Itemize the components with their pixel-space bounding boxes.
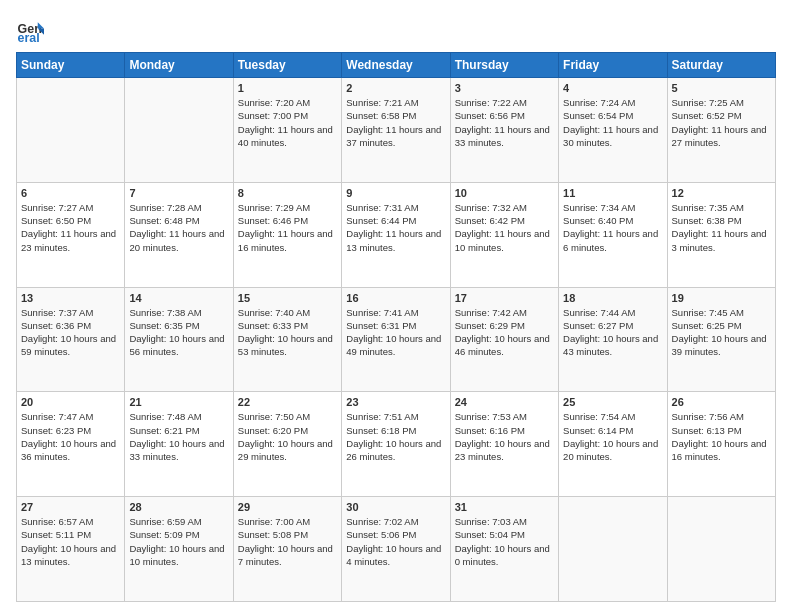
calendar-cell: 12Sunrise: 7:35 AM Sunset: 6:38 PM Dayli… [667,182,775,287]
day-info: Sunrise: 7:28 AM Sunset: 6:48 PM Dayligh… [129,201,228,254]
day-info: Sunrise: 7:37 AM Sunset: 6:36 PM Dayligh… [21,306,120,359]
day-info: Sunrise: 7:02 AM Sunset: 5:06 PM Dayligh… [346,515,445,568]
day-header-tuesday: Tuesday [233,53,341,78]
calendar-header-row: SundayMondayTuesdayWednesdayThursdayFrid… [17,53,776,78]
day-number: 27 [21,501,120,513]
calendar-cell: 25Sunrise: 7:54 AM Sunset: 6:14 PM Dayli… [559,392,667,497]
day-number: 12 [672,187,771,199]
calendar-cell: 29Sunrise: 7:00 AM Sunset: 5:08 PM Dayli… [233,497,341,602]
day-number: 3 [455,82,554,94]
day-number: 17 [455,292,554,304]
week-row-4: 20Sunrise: 7:47 AM Sunset: 6:23 PM Dayli… [17,392,776,497]
day-info: Sunrise: 7:22 AM Sunset: 6:56 PM Dayligh… [455,96,554,149]
day-number: 24 [455,396,554,408]
day-number: 25 [563,396,662,408]
day-number: 2 [346,82,445,94]
day-info: Sunrise: 7:31 AM Sunset: 6:44 PM Dayligh… [346,201,445,254]
calendar-cell: 8Sunrise: 7:29 AM Sunset: 6:46 PM Daylig… [233,182,341,287]
week-row-5: 27Sunrise: 6:57 AM Sunset: 5:11 PM Dayli… [17,497,776,602]
day-info: Sunrise: 7:41 AM Sunset: 6:31 PM Dayligh… [346,306,445,359]
day-number: 22 [238,396,337,408]
week-row-1: 1Sunrise: 7:20 AM Sunset: 7:00 PM Daylig… [17,78,776,183]
day-info: Sunrise: 7:29 AM Sunset: 6:46 PM Dayligh… [238,201,337,254]
day-number: 23 [346,396,445,408]
calendar-cell [559,497,667,602]
calendar-cell: 21Sunrise: 7:48 AM Sunset: 6:21 PM Dayli… [125,392,233,497]
calendar-cell: 26Sunrise: 7:56 AM Sunset: 6:13 PM Dayli… [667,392,775,497]
day-info: Sunrise: 7:00 AM Sunset: 5:08 PM Dayligh… [238,515,337,568]
calendar-cell: 17Sunrise: 7:42 AM Sunset: 6:29 PM Dayli… [450,287,558,392]
calendar-cell [17,78,125,183]
calendar-cell: 5Sunrise: 7:25 AM Sunset: 6:52 PM Daylig… [667,78,775,183]
day-info: Sunrise: 7:32 AM Sunset: 6:42 PM Dayligh… [455,201,554,254]
logo-icon: Gen eral [16,16,44,44]
calendar-cell: 28Sunrise: 6:59 AM Sunset: 5:09 PM Dayli… [125,497,233,602]
day-info: Sunrise: 7:44 AM Sunset: 6:27 PM Dayligh… [563,306,662,359]
day-info: Sunrise: 7:54 AM Sunset: 6:14 PM Dayligh… [563,410,662,463]
calendar-cell: 6Sunrise: 7:27 AM Sunset: 6:50 PM Daylig… [17,182,125,287]
day-number: 31 [455,501,554,513]
day-info: Sunrise: 7:40 AM Sunset: 6:33 PM Dayligh… [238,306,337,359]
calendar-cell: 14Sunrise: 7:38 AM Sunset: 6:35 PM Dayli… [125,287,233,392]
calendar-cell [125,78,233,183]
day-number: 18 [563,292,662,304]
day-info: Sunrise: 7:53 AM Sunset: 6:16 PM Dayligh… [455,410,554,463]
day-number: 26 [672,396,771,408]
calendar-cell: 24Sunrise: 7:53 AM Sunset: 6:16 PM Dayli… [450,392,558,497]
calendar-cell: 7Sunrise: 7:28 AM Sunset: 6:48 PM Daylig… [125,182,233,287]
calendar-cell: 4Sunrise: 7:24 AM Sunset: 6:54 PM Daylig… [559,78,667,183]
week-row-3: 13Sunrise: 7:37 AM Sunset: 6:36 PM Dayli… [17,287,776,392]
calendar-cell: 22Sunrise: 7:50 AM Sunset: 6:20 PM Dayli… [233,392,341,497]
day-info: Sunrise: 7:20 AM Sunset: 7:00 PM Dayligh… [238,96,337,149]
calendar-cell: 15Sunrise: 7:40 AM Sunset: 6:33 PM Dayli… [233,287,341,392]
day-header-saturday: Saturday [667,53,775,78]
day-header-monday: Monday [125,53,233,78]
calendar-cell: 11Sunrise: 7:34 AM Sunset: 6:40 PM Dayli… [559,182,667,287]
calendar-cell: 20Sunrise: 7:47 AM Sunset: 6:23 PM Dayli… [17,392,125,497]
calendar-cell: 16Sunrise: 7:41 AM Sunset: 6:31 PM Dayli… [342,287,450,392]
day-number: 13 [21,292,120,304]
day-number: 15 [238,292,337,304]
day-number: 11 [563,187,662,199]
day-info: Sunrise: 7:56 AM Sunset: 6:13 PM Dayligh… [672,410,771,463]
day-info: Sunrise: 7:47 AM Sunset: 6:23 PM Dayligh… [21,410,120,463]
day-number: 4 [563,82,662,94]
day-info: Sunrise: 7:34 AM Sunset: 6:40 PM Dayligh… [563,201,662,254]
calendar-cell: 30Sunrise: 7:02 AM Sunset: 5:06 PM Dayli… [342,497,450,602]
day-number: 29 [238,501,337,513]
day-info: Sunrise: 6:57 AM Sunset: 5:11 PM Dayligh… [21,515,120,568]
calendar-cell: 27Sunrise: 6:57 AM Sunset: 5:11 PM Dayli… [17,497,125,602]
day-info: Sunrise: 7:27 AM Sunset: 6:50 PM Dayligh… [21,201,120,254]
day-number: 19 [672,292,771,304]
day-number: 10 [455,187,554,199]
day-info: Sunrise: 7:45 AM Sunset: 6:25 PM Dayligh… [672,306,771,359]
calendar-cell: 9Sunrise: 7:31 AM Sunset: 6:44 PM Daylig… [342,182,450,287]
day-number: 6 [21,187,120,199]
calendar-cell: 19Sunrise: 7:45 AM Sunset: 6:25 PM Dayli… [667,287,775,392]
calendar-cell: 18Sunrise: 7:44 AM Sunset: 6:27 PM Dayli… [559,287,667,392]
day-info: Sunrise: 7:50 AM Sunset: 6:20 PM Dayligh… [238,410,337,463]
calendar-cell: 10Sunrise: 7:32 AM Sunset: 6:42 PM Dayli… [450,182,558,287]
page: Gen eral SundayMondayTuesdayWednesdayThu… [0,0,792,612]
day-info: Sunrise: 7:42 AM Sunset: 6:29 PM Dayligh… [455,306,554,359]
day-header-sunday: Sunday [17,53,125,78]
day-header-wednesday: Wednesday [342,53,450,78]
header: Gen eral [16,16,776,44]
logo: Gen eral [16,16,48,44]
day-number: 21 [129,396,228,408]
day-number: 28 [129,501,228,513]
calendar-cell: 13Sunrise: 7:37 AM Sunset: 6:36 PM Dayli… [17,287,125,392]
calendar-cell [667,497,775,602]
calendar-table: SundayMondayTuesdayWednesdayThursdayFrid… [16,52,776,602]
day-info: Sunrise: 7:24 AM Sunset: 6:54 PM Dayligh… [563,96,662,149]
calendar-cell: 23Sunrise: 7:51 AM Sunset: 6:18 PM Dayli… [342,392,450,497]
day-info: Sunrise: 7:38 AM Sunset: 6:35 PM Dayligh… [129,306,228,359]
day-header-friday: Friday [559,53,667,78]
day-number: 16 [346,292,445,304]
calendar-cell: 3Sunrise: 7:22 AM Sunset: 6:56 PM Daylig… [450,78,558,183]
day-info: Sunrise: 7:48 AM Sunset: 6:21 PM Dayligh… [129,410,228,463]
day-info: Sunrise: 7:51 AM Sunset: 6:18 PM Dayligh… [346,410,445,463]
day-number: 7 [129,187,228,199]
day-header-thursday: Thursday [450,53,558,78]
calendar-cell: 2Sunrise: 7:21 AM Sunset: 6:58 PM Daylig… [342,78,450,183]
